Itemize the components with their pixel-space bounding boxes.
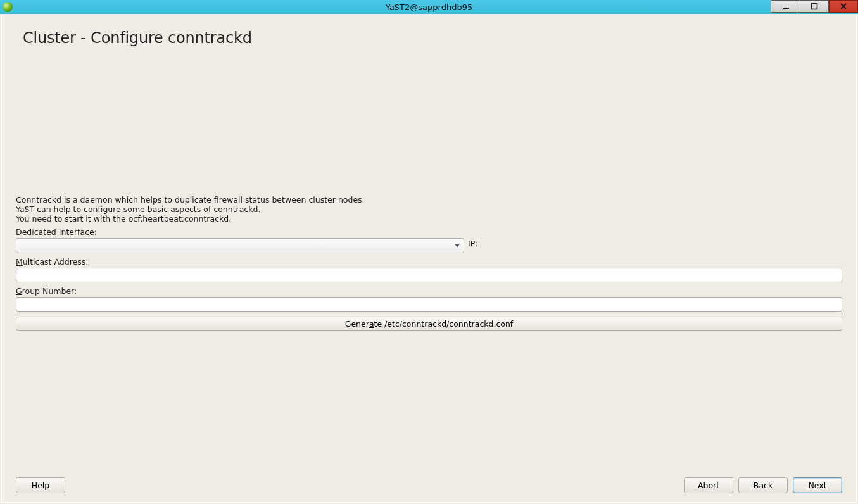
- minimize-button[interactable]: [771, 0, 800, 13]
- generate-conf-button[interactable]: Generate /etc/conntrackd/conntrackd.conf: [16, 317, 842, 331]
- back-button[interactable]: Back: [738, 477, 788, 493]
- multicast-address-label: Multicast Address:: [16, 257, 842, 267]
- next-button[interactable]: Next: [793, 477, 842, 493]
- titlebar: YaST2@sapprdhdb95: [0, 0, 858, 14]
- page-title: Cluster - Configure conntrackd: [2, 15, 856, 54]
- description-line-3: You need to start it with the ocf:heartb…: [16, 214, 842, 224]
- help-button[interactable]: Help: [16, 477, 65, 493]
- chevron-down-icon: [455, 244, 460, 248]
- wizard-body: Conntrackd is a daemon which helps to du…: [16, 58, 842, 472]
- multicast-address-input[interactable]: [16, 268, 842, 282]
- group-number-label: Group Number:: [16, 286, 842, 296]
- dedicated-interface-label: Dedicated Interface:: [16, 227, 842, 237]
- ip-label: IP:: [468, 239, 477, 248]
- svg-rect-1: [812, 4, 817, 9]
- window-title: YaST2@sapprdhdb95: [0, 3, 858, 12]
- abort-button[interactable]: Abort: [684, 477, 733, 493]
- svg-rect-0: [783, 8, 789, 9]
- app-icon: [3, 2, 13, 12]
- content-area: Cluster - Configure conntrackd Conntrack…: [1, 15, 857, 503]
- maximize-button[interactable]: [800, 0, 829, 13]
- description-line-2: YaST can help to configure some basic as…: [16, 205, 842, 214]
- description-text: Conntrackd is a daemon which helps to du…: [16, 195, 842, 224]
- dedicated-interface-combo[interactable]: [16, 238, 464, 253]
- wizard-button-bar: Help Abort Back Next: [16, 477, 842, 493]
- close-icon: [840, 3, 847, 10]
- maximize-icon: [811, 3, 818, 10]
- window-controls: [771, 0, 858, 13]
- close-button[interactable]: [829, 0, 858, 13]
- minimize-icon: [782, 3, 790, 10]
- description-line-1: Conntrackd is a daemon which helps to du…: [16, 195, 842, 205]
- group-number-input[interactable]: [16, 297, 842, 312]
